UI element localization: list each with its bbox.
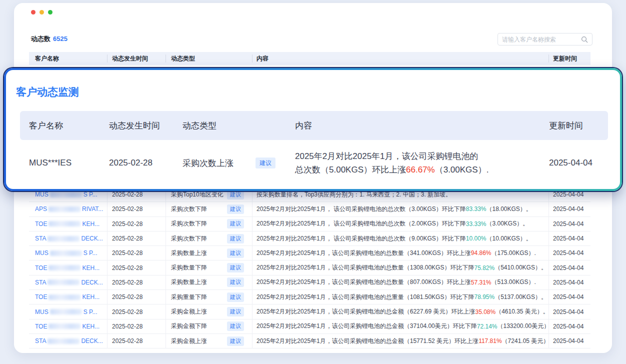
dynamics-count-value: 6525 xyxy=(53,35,68,42)
table-row[interactable]: MUSS P...2025-02-28采购金额上涨建议2025年2月对比2025… xyxy=(29,304,590,319)
suggestion-badge: 建议 xyxy=(227,336,244,346)
maximize-window-icon[interactable] xyxy=(48,10,52,14)
window-controls xyxy=(31,10,52,14)
suggestion-badge: 建议 xyxy=(227,307,244,316)
table-body: MUSS P...2025-02-28采购Top10地区变化建议按采购数量排名，… xyxy=(29,188,590,348)
update-time: 2025-04-04 xyxy=(549,202,590,216)
redacted-name-blur xyxy=(50,192,82,198)
customer-name-link[interactable]: STADECK... xyxy=(35,338,103,344)
customer-name-link[interactable]: APSRIVAT... xyxy=(35,206,103,212)
col-content: 内容 xyxy=(252,54,549,62)
redacted-name-blur xyxy=(48,324,80,329)
event-content: 2025年2月对比2025年1月，该公司采购锂电池的总金额（6227.69 美元… xyxy=(252,304,549,318)
customer-name-link[interactable]: STADECK... xyxy=(35,279,103,286)
customer-name-link[interactable]: TOEKEH... xyxy=(35,264,100,272)
update-time: 2025-04-04 xyxy=(549,320,590,334)
redacted-name-blur xyxy=(48,265,80,270)
event-time: 2025-02-28 xyxy=(108,246,166,260)
event-type: 采购Top10地区变化 xyxy=(171,190,224,199)
update-time: 2025-04-04 xyxy=(549,276,590,290)
table-row[interactable]: STADECK...2025-02-28采购金额上涨建议2025年2月对比202… xyxy=(29,334,590,348)
suggestion-badge: 建议 xyxy=(227,263,244,272)
update-time: 2025-04-04 xyxy=(549,260,590,274)
redacted-name-blur xyxy=(48,338,80,344)
event-type: 采购次数下降 xyxy=(171,220,207,228)
event-type: 采购金额上涨 xyxy=(171,337,207,346)
suggestion-badge: 建议 xyxy=(227,234,244,244)
event-type: 采购数量上涨 xyxy=(171,278,207,286)
suggestion-badge: 建议 xyxy=(227,278,244,287)
event-content: 2025年2月对比2025年1月，该公司采购锂电池的总金额（15771.52 美… xyxy=(252,334,549,348)
suggestion-badge: 建议 xyxy=(227,219,244,228)
event-type: 采购金额上涨 xyxy=(171,308,207,316)
overlay-col-update-time: 更新时间 xyxy=(549,120,608,132)
redacted-name-blur xyxy=(50,250,82,256)
event-content: 2025年2月对比2025年1月，该公司采购锂电池的总重量（1081.50KGS… xyxy=(252,290,549,304)
update-time: 2025-04-04 xyxy=(549,217,590,231)
event-time: 2025-02-28 xyxy=(108,217,166,231)
table-row[interactable]: STADECK...2025-02-28采购数量上涨建议2025年2月对比202… xyxy=(29,276,590,290)
event-type: 采购次数下降 xyxy=(171,205,207,214)
suggestion-badge: 建议 xyxy=(227,204,244,214)
close-window-icon[interactable] xyxy=(31,10,36,14)
customer-name-link[interactable]: STADECK... xyxy=(35,235,103,242)
event-type: 采购数量下降 xyxy=(171,264,207,272)
table-row[interactable]: TOEKEH...2025-02-28采购金额下降建议2025年2月对比2025… xyxy=(29,320,590,334)
overlay-header-row: 客户名称 动态发生时间 动态类型 内容 更新时间 xyxy=(20,111,608,140)
col-event-type: 动态类型 xyxy=(166,54,252,62)
overlay-col-event-time: 动态发生时间 xyxy=(100,120,182,132)
customer-name-link[interactable]: TOEKEH... xyxy=(35,220,100,228)
suggestion-badge: 建议 xyxy=(227,248,244,258)
search-icon[interactable] xyxy=(581,36,588,43)
event-type: 采购数量上涨 xyxy=(171,249,207,258)
event-content: 2025年2月对比2025年1月，该公司采购锂电池的总数量（1308.00KGS… xyxy=(252,260,549,274)
customer-dynamics-overlay: 客户动态监测 客户名称 动态发生时间 动态类型 内容 更新时间 MUS***IE… xyxy=(4,68,622,191)
event-time: 2025-02-28 xyxy=(108,334,166,348)
update-time: 2025-04-04 xyxy=(549,334,590,348)
overlay-data-row[interactable]: MUS***IES 2025-02-28 采购次数上涨 建议 2025年2月对比… xyxy=(20,140,608,186)
event-content: 2025年2月对比2025年1月，该公司采购锂电池的总数量（341.00KGS）… xyxy=(252,246,549,260)
event-content: 2025年2月对比2025年1月， 该公司采购锂电池的总次数（3.00KGS）环… xyxy=(252,202,549,216)
redacted-name-blur xyxy=(48,221,80,226)
update-time: 2025-04-04 xyxy=(549,232,590,246)
update-time: 2025-04-04 xyxy=(549,290,590,304)
overlay-event-type: 采购次数上涨 xyxy=(182,158,234,169)
col-event-time: 动态发生时间 xyxy=(108,54,166,62)
suggestion-badge: 建议 xyxy=(227,292,244,302)
suggestion-badge: 建议 xyxy=(256,158,276,168)
search-input[interactable] xyxy=(502,36,581,43)
event-type: 采购金额下降 xyxy=(171,322,207,330)
table-row[interactable]: TOEKEH...2025-02-28采购重量下降建议2025年2月对比2025… xyxy=(29,290,590,304)
redacted-name-blur xyxy=(48,294,80,300)
customer-name-link[interactable]: MUSS P... xyxy=(35,191,97,198)
event-time: 2025-02-28 xyxy=(108,276,166,290)
overlay-title: 客户动态监测 xyxy=(16,85,79,99)
event-type: 采购次数下降 xyxy=(171,234,207,243)
overlay-col-content: 内容 xyxy=(295,120,549,132)
dynamics-count-label: 动态数 xyxy=(31,35,50,42)
event-content: 2025年2月对比2025年1月，该公司采购锂电池的总金额（37104.00美元… xyxy=(252,320,549,334)
table-row[interactable]: MUSS P...2025-02-28采购数量上涨建议2025年2月对比2025… xyxy=(29,246,590,260)
event-content: 2025年2月对比2025年1月， 该公司采购锂电池的总次数（9.00KGS）环… xyxy=(252,232,549,246)
table-row[interactable]: TOEKEH...2025-02-28采购次数下降建议2025年2月对比2025… xyxy=(29,217,590,232)
suggestion-badge: 建议 xyxy=(227,322,244,331)
dynamics-count: 动态数6525 xyxy=(31,34,68,44)
event-content: 2025年2月对比2025年1月，该公司采购锂电池的总数量（807.00KGS）… xyxy=(252,276,549,290)
redacted-name-blur xyxy=(48,280,80,285)
customer-name-link[interactable]: TOEKEH... xyxy=(35,323,100,330)
overlay-col-customer-name: 客户名称 xyxy=(20,120,100,132)
table-row[interactable]: TOEKEH...2025-02-28采购数量下降建议2025年2月对比2025… xyxy=(29,260,590,275)
minimize-window-icon[interactable] xyxy=(40,10,44,14)
table-row[interactable]: STADECK...2025-02-28采购次数下降建议2025年2月对比202… xyxy=(29,232,590,246)
event-time: 2025-02-28 xyxy=(108,290,166,304)
update-time: 2025-04-04 xyxy=(549,246,590,260)
suggestion-badge: 建议 xyxy=(227,190,244,200)
customer-search-box[interactable] xyxy=(498,33,592,46)
event-time: 2025-02-28 xyxy=(108,202,166,216)
table-row[interactable]: APSRIVAT...2025-02-28采购次数下降建议2025年2月对比20… xyxy=(29,202,590,216)
customer-name-link[interactable]: MUSS P... xyxy=(35,250,97,256)
customer-name-link[interactable]: MUSS P... xyxy=(35,308,97,316)
overlay-update-time: 2025-04-04 xyxy=(549,158,608,168)
customer-name-link[interactable]: TOEKEH... xyxy=(35,294,100,300)
event-content: 2025年2月对比2025年1月， 该公司采购锂电池的总次数（2.00KGS）环… xyxy=(252,217,549,231)
